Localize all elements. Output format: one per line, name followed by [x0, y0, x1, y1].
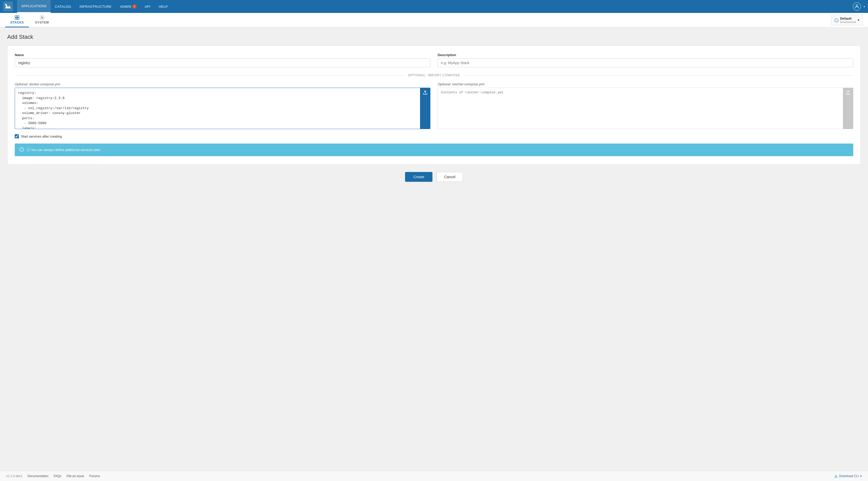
rancher-compose-label: Optional: rancher-compose.yml: [438, 82, 853, 86]
nav-item-admin[interactable]: ADMIN !: [116, 0, 141, 13]
info-icon: [20, 147, 24, 153]
environment-name: Default: [840, 17, 851, 21]
rancher-compose-wrapper: [438, 88, 853, 129]
name-group: Name: [15, 53, 430, 67]
name-desc-row: Name Description: [15, 53, 853, 67]
docker-compose-textarea[interactable]: registry: image: registry:2.3.0 volumes:…: [15, 88, 420, 129]
secondary-nav-items: STACKS SYSTEM: [5, 13, 831, 27]
svg-rect-5: [15, 18, 17, 20]
import-compose-label: OPTIONAL: IMPORT COMPOSE: [404, 73, 463, 77]
svg-rect-3: [15, 16, 17, 18]
top-nav-items: APPLICATIONS CATALOG INFRASTRUCTURE ADMI…: [17, 0, 853, 13]
footer-file-issue[interactable]: File an Issue: [66, 474, 84, 478]
nav-item-applications[interactable]: APPLICATIONS: [17, 0, 51, 13]
tab-stacks[interactable]: STACKS: [5, 13, 29, 27]
rancher-compose-textarea[interactable]: [438, 88, 843, 129]
info-banner: ⓘ You can always define additional servi…: [15, 144, 853, 156]
download-cli-label: Download CLI: [839, 474, 859, 478]
user-menu-caret[interactable]: ▾: [864, 5, 865, 8]
footer-forums[interactable]: Forums: [89, 474, 100, 478]
footer: v1.1.0-dev1 Documentation FAQs File an I…: [0, 471, 868, 481]
create-button[interactable]: Create: [405, 172, 432, 182]
top-nav: APPLICATIONS CATALOG INFRASTRUCTURE ADMI…: [0, 0, 868, 13]
top-nav-right: ▾: [853, 2, 865, 10]
start-services-label[interactable]: Start services after creating: [21, 134, 62, 138]
footer-docs[interactable]: Documentation: [28, 474, 49, 478]
description-group: Description: [438, 53, 853, 67]
start-services-checkbox[interactable]: [15, 134, 19, 138]
svg-rect-4: [17, 16, 19, 18]
svg-rect-1: [5, 4, 7, 6]
logo[interactable]: [3, 2, 13, 11]
svg-rect-6: [17, 18, 19, 20]
start-services-row: Start services after creating: [15, 134, 853, 138]
add-stack-card: Name Description OPTIONAL: IMPORT COMPOS…: [7, 46, 861, 165]
svg-point-2: [856, 5, 858, 6]
action-row: Create Cancel: [7, 172, 861, 182]
admin-badge: !: [132, 4, 136, 8]
info-banner-text: ⓘ You can always define additional servi…: [27, 148, 100, 152]
nav-item-api[interactable]: API: [141, 0, 155, 13]
docker-compose-upload-button[interactable]: [420, 88, 430, 129]
import-compose-divider: OPTIONAL: IMPORT COMPOSE: [15, 73, 853, 77]
secondary-nav: STACKS SYSTEM Default Environment ▾: [0, 13, 868, 27]
docker-compose-group: Optional: docker-compose.yml registry: i…: [15, 82, 430, 129]
nav-item-help[interactable]: HELP: [155, 0, 172, 13]
svg-rect-0: [3, 2, 13, 11]
docker-compose-label: Optional: docker-compose.yml: [15, 82, 430, 86]
environment-sub: Environment: [840, 21, 856, 24]
rancher-compose-upload-button[interactable]: [843, 88, 853, 129]
main-content: Add Stack Name Description OPTIONAL: IMP…: [0, 27, 868, 471]
nav-item-infrastructure[interactable]: INFRASTRUCTURE: [75, 0, 116, 13]
environment-selector[interactable]: Default Environment ▾: [831, 15, 863, 25]
download-cli-caret: ▾: [860, 474, 862, 478]
description-label: Description: [438, 53, 853, 57]
svg-point-7: [41, 17, 43, 18]
footer-faqs[interactable]: FAQs: [54, 474, 61, 478]
name-label: Name: [15, 53, 430, 57]
description-input[interactable]: [438, 58, 853, 67]
compose-row: Optional: docker-compose.yml registry: i…: [15, 82, 853, 129]
docker-compose-wrapper: registry: image: registry:2.3.0 volumes:…: [15, 88, 430, 129]
name-input[interactable]: [15, 58, 430, 67]
env-caret: ▾: [858, 18, 860, 22]
download-cli[interactable]: Download CLI ▾: [834, 474, 862, 478]
page-title: Add Stack: [7, 34, 861, 40]
footer-version: v1.1.0-dev1: [6, 474, 23, 478]
cancel-button[interactable]: Cancel: [437, 172, 463, 182]
footer-left: v1.1.0-dev1 Documentation FAQs File an I…: [6, 474, 100, 478]
nav-item-catalog[interactable]: CATALOG: [51, 0, 75, 13]
user-avatar[interactable]: [853, 2, 861, 10]
rancher-compose-group: Optional: rancher-compose.yml: [438, 82, 853, 129]
tab-system[interactable]: SYSTEM: [30, 13, 54, 27]
